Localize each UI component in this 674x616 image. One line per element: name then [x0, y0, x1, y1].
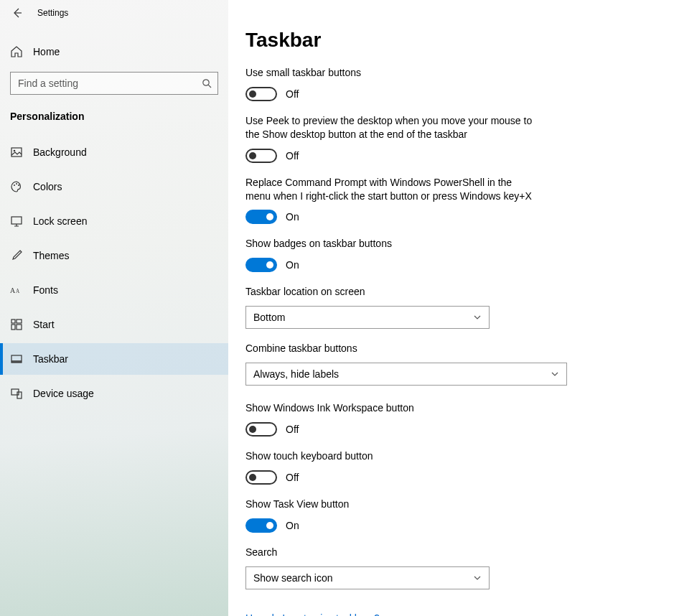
setting-label: Show badges on taskbar buttons	[245, 237, 561, 251]
font-icon: AA	[10, 284, 23, 297]
sidebar-item-label: Themes	[33, 250, 70, 261]
setting-label: Taskbar location on screen	[245, 285, 561, 299]
back-arrow-icon	[11, 7, 23, 19]
sidebar-item-device-usage[interactable]: Device usage	[0, 378, 228, 409]
svg-rect-11	[11, 325, 15, 330]
setting-label: Replace Command Prompt with Windows Powe…	[245, 176, 540, 203]
sidebar-item-label: Colors	[33, 181, 62, 192]
page-title: Taskbar	[245, 29, 645, 52]
search-input[interactable]	[10, 72, 218, 95]
toggle-state: Off	[286, 472, 299, 483]
dropdown-value: Show search icon	[253, 572, 333, 584]
sidebar-nav: Background Colors Lock screen Themes	[0, 136, 228, 412]
svg-rect-10	[17, 319, 22, 323]
svg-text:A: A	[16, 289, 20, 295]
search-icon	[201, 78, 212, 89]
toggle-badges[interactable]	[245, 258, 277, 272]
sidebar-item-label: Start	[33, 319, 55, 330]
home-icon	[10, 45, 23, 58]
titlebar: Settings	[0, 0, 228, 26]
toggle-state: On	[286, 259, 299, 271]
sidebar-item-label: Background	[33, 146, 87, 158]
back-button[interactable]	[10, 6, 24, 20]
setting-label: Combine taskbar buttons	[245, 342, 568, 355]
sidebar: Settings Home Personalization Background	[0, 0, 228, 616]
palette-icon	[10, 180, 23, 193]
setting-label: Show touch keyboard button	[245, 449, 561, 463]
sidebar-item-label: Device usage	[33, 388, 94, 399]
toggle-state: Off	[286, 88, 299, 100]
picture-icon	[10, 146, 23, 159]
setting-peek: Use Peek to preview the desktop when you…	[245, 114, 568, 163]
toggle-state: On	[286, 211, 299, 223]
setting-combine: Combine taskbar buttons Always, hide lab…	[245, 342, 568, 386]
setting-ink: Show Windows Ink Workspace button Off	[245, 401, 561, 437]
setting-label: Search	[245, 546, 561, 559]
sidebar-item-label: Taskbar	[33, 353, 68, 365]
toggle-ink[interactable]	[245, 422, 277, 437]
sidebar-item-background[interactable]: Background	[0, 136, 228, 168]
sidebar-item-fonts[interactable]: AA Fonts	[0, 274, 228, 306]
svg-point-0	[203, 80, 209, 85]
svg-point-2	[14, 150, 16, 152]
dropdown-search[interactable]: Show search icon	[245, 566, 490, 589]
svg-point-4	[16, 183, 17, 185]
svg-rect-9	[11, 319, 15, 323]
toggle-state: Off	[286, 424, 299, 435]
svg-text:A: A	[10, 287, 16, 295]
search-field-wrap	[10, 72, 218, 95]
chevron-down-icon	[473, 574, 482, 582]
svg-rect-6	[11, 217, 22, 224]
device-usage-icon	[10, 387, 23, 400]
toggle-touch-keyboard[interactable]	[245, 470, 277, 485]
sidebar-item-colors[interactable]: Colors	[0, 171, 228, 202]
toggle-task-view[interactable]	[245, 518, 277, 533]
svg-rect-12	[17, 325, 22, 330]
dropdown-value: Bottom	[253, 312, 285, 323]
brush-icon	[10, 249, 23, 262]
dropdown-combine[interactable]: Always, hide labels	[245, 363, 567, 386]
chevron-down-icon	[551, 370, 559, 378]
home-label: Home	[33, 46, 60, 57]
setting-search: Search Show search icon	[245, 546, 561, 589]
section-heading: Personalization	[0, 95, 228, 129]
toggle-state: On	[286, 520, 299, 531]
svg-point-3	[14, 185, 15, 186]
setting-task-view: Show Task View button On	[245, 498, 561, 533]
dropdown-location[interactable]: Bottom	[245, 306, 490, 329]
home-nav[interactable]: Home	[0, 36, 228, 67]
sidebar-item-label: Lock screen	[33, 215, 87, 227]
toggle-state: Off	[286, 150, 299, 162]
setting-touch-keyboard: Show touch keyboard button Off	[245, 449, 561, 485]
setting-powershell: Replace Command Prompt with Windows Powe…	[245, 176, 568, 225]
sidebar-item-lock-screen[interactable]: Lock screen	[0, 205, 228, 237]
sidebar-item-start[interactable]: Start	[0, 309, 228, 340]
sidebar-item-themes[interactable]: Themes	[0, 240, 228, 271]
setting-location: Taskbar location on screen Bottom	[245, 285, 561, 329]
main-content: Taskbar Use small taskbar buttons Off Us…	[228, 0, 674, 616]
grid-icon	[10, 318, 23, 331]
dropdown-value: Always, hide labels	[253, 368, 339, 380]
svg-rect-1	[11, 148, 22, 157]
monitor-icon	[10, 215, 23, 228]
svg-rect-14	[11, 360, 22, 363]
chevron-down-icon	[473, 313, 482, 322]
sidebar-item-taskbar[interactable]: Taskbar	[0, 343, 228, 375]
toggle-small-buttons[interactable]	[245, 87, 277, 101]
setting-label: Show Windows Ink Workspace button	[245, 401, 561, 415]
toggle-powershell[interactable]	[245, 210, 277, 224]
help-link[interactable]: How do I customize taskbars?	[245, 612, 380, 616]
window-title: Settings	[37, 8, 68, 18]
svg-point-5	[18, 185, 19, 186]
setting-small-buttons: Use small taskbar buttons Off	[245, 66, 561, 101]
setting-label: Use small taskbar buttons	[245, 66, 561, 80]
setting-label: Use Peek to preview the desktop when you…	[245, 114, 547, 141]
taskbar-icon	[10, 353, 23, 365]
sidebar-item-label: Fonts	[33, 284, 58, 296]
toggle-peek[interactable]	[245, 149, 277, 163]
setting-badges: Show badges on taskbar buttons On	[245, 237, 561, 272]
setting-label: Show Task View button	[245, 498, 561, 511]
